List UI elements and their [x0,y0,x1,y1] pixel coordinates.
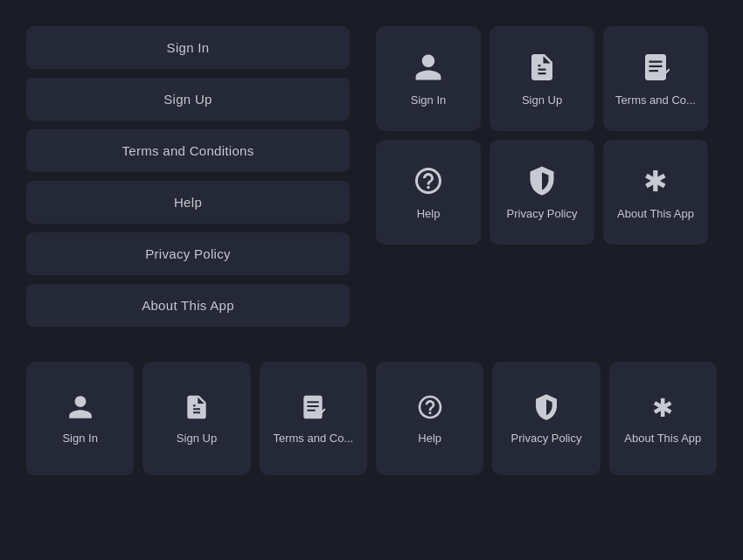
icon-grid: Sign In Sign Up Terms [376,26,708,327]
bottom-card-group: Sign In Sign Up Terms and Co... [26,362,717,475]
bottom-help-label: Help [418,432,441,446]
list-help-button[interactable]: Help [26,181,350,224]
svg-text:✱: ✱ [643,165,668,197]
grid-sign-up-label: Sign Up [522,93,562,108]
grid-about-label: About This App [617,207,694,222]
help-icon [411,163,446,198]
grid-about-card[interactable]: ✱ About This App [603,140,708,245]
list-about-button[interactable]: About This App [26,284,350,327]
document-icon [524,50,559,85]
bottom-help-card[interactable]: Help [376,362,483,475]
grid-sign-in-label: Sign In [411,93,446,108]
bottom-about-label: About This App [624,432,701,446]
list-sign-in-button[interactable]: Sign In [26,26,350,69]
grid-terms-card[interactable]: Terms and Co... [603,26,708,131]
list-sign-up-button[interactable]: Sign Up [26,78,350,121]
bottom-sign-in-card[interactable]: Sign In [26,362,134,475]
list-terms-button[interactable]: Terms and Conditions [26,129,350,172]
bottom-terms-card[interactable]: Terms and Co... [260,362,367,475]
bottom-shield-icon [531,391,562,423]
bottom-privacy-label: Privacy Policy [511,432,582,446]
shield-icon [524,163,559,198]
asterisk-icon: ✱ [638,163,673,198]
grid-help-label: Help [417,207,441,222]
bottom-sign-in-label: Sign In [62,432,97,446]
bottom-user-icon [65,391,96,423]
user-icon [411,50,446,85]
grid-privacy-card[interactable]: Privacy Policy [490,140,594,245]
bottom-sign-up-card[interactable]: Sign Up [142,362,250,475]
svg-text:✱: ✱ [652,393,673,421]
list-button-group: Sign In Sign Up Terms and Conditions Hel… [26,26,350,327]
bottom-terms-label: Terms and Co... [273,432,353,446]
terms-icon [638,50,673,85]
bottom-asterisk-icon: ✱ [647,391,678,423]
bottom-about-card[interactable]: ✱ About This App [609,362,717,475]
grid-terms-label: Terms and Co... [615,93,696,108]
grid-sign-up-card[interactable]: Sign Up [490,26,594,131]
grid-help-card[interactable]: Help [376,140,481,245]
bottom-sign-up-label: Sign Up [177,432,217,446]
bottom-document-icon [181,391,212,423]
bottom-privacy-card[interactable]: Privacy Policy [492,362,600,475]
bottom-help-icon [414,391,446,423]
grid-privacy-label: Privacy Policy [507,207,578,222]
list-privacy-button[interactable]: Privacy Policy [26,232,350,275]
bottom-terms-icon [297,391,329,423]
grid-sign-in-card[interactable]: Sign In [376,26,481,131]
